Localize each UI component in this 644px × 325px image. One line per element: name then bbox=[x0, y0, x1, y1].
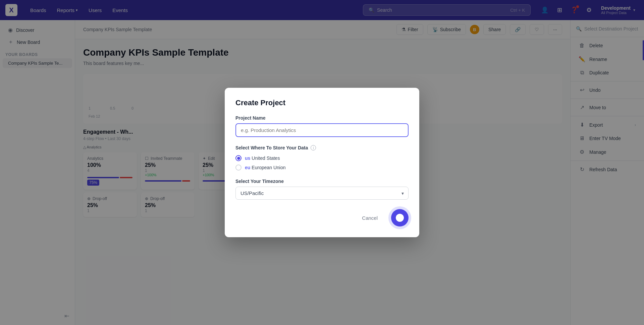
storage-label: Select Where To Store Your Data bbox=[235, 145, 308, 150]
radio-inner-us bbox=[237, 157, 240, 160]
storage-section: Select Where To Store Your Data i bbox=[235, 145, 409, 150]
timezone-select[interactable]: US/Pacific US/Eastern UTC Europe/London bbox=[235, 187, 409, 200]
create-button[interactable] bbox=[391, 209, 409, 226]
radio-outer-us bbox=[235, 155, 241, 161]
project-name-input[interactable] bbox=[235, 123, 409, 137]
radio-outer-eu bbox=[235, 165, 241, 171]
radio-us[interactable]: usUnited States bbox=[235, 155, 409, 161]
radio-eu[interactable]: euEuropean Union bbox=[235, 165, 409, 171]
create-project-modal: Create Project Project Name Select Where… bbox=[225, 88, 419, 237]
storage-info-icon[interactable]: i bbox=[311, 145, 316, 150]
storage-radio-group: usUnited States euEuropean Union bbox=[235, 155, 409, 171]
cancel-button[interactable]: Cancel bbox=[354, 212, 386, 224]
project-name-label: Project Name bbox=[235, 115, 409, 121]
modal-actions: Cancel bbox=[235, 209, 409, 226]
timezone-select-wrapper: US/Pacific US/Eastern UTC Europe/London … bbox=[235, 187, 409, 200]
timezone-label: Select Your Timezone bbox=[235, 179, 409, 184]
create-button-inner bbox=[396, 214, 404, 222]
modal-title: Create Project bbox=[235, 99, 409, 107]
